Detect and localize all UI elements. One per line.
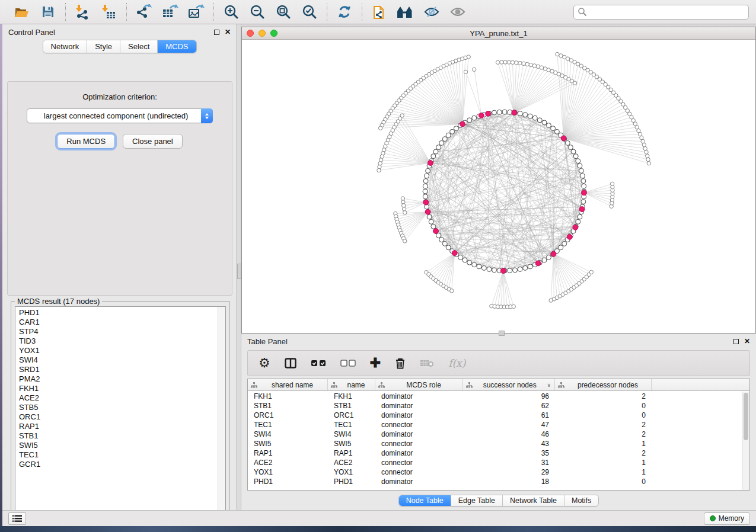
import-network-button[interactable] bbox=[72, 2, 94, 22]
refresh-layout-icon bbox=[337, 4, 352, 20]
table-row[interactable]: SWI4SWI4dominator462 bbox=[248, 430, 742, 439]
run-mcds-button[interactable]: Run MCDS bbox=[57, 134, 115, 149]
result-node[interactable]: RAP1 bbox=[19, 422, 225, 431]
export-table-button[interactable] bbox=[159, 2, 181, 22]
function-builder-button[interactable]: f(x) bbox=[448, 354, 465, 372]
network-window-titlebar[interactable]: YPA_prune.txt_1 bbox=[242, 27, 755, 40]
show-all-button[interactable] bbox=[446, 2, 469, 22]
network-graph bbox=[242, 40, 755, 333]
cell: connector bbox=[375, 440, 463, 448]
zoom-in-button[interactable] bbox=[220, 2, 243, 22]
zoom-fit-button[interactable] bbox=[272, 2, 295, 22]
result-node[interactable]: ORC1 bbox=[19, 412, 225, 422]
table-row[interactable]: ACE2ACE2connector311 bbox=[248, 458, 742, 467]
delete-table-button[interactable] bbox=[420, 354, 434, 372]
close-panel-button[interactable]: Close panel bbox=[123, 134, 183, 149]
deselect-all-icon bbox=[340, 360, 356, 367]
result-node[interactable]: PMA2 bbox=[19, 374, 225, 384]
tab-edge-table[interactable]: Edge Table bbox=[451, 495, 503, 506]
table-row[interactable]: SWI5SWI5connector431 bbox=[248, 439, 742, 448]
hide-selected-button[interactable] bbox=[420, 2, 443, 22]
result-node[interactable]: FKH1 bbox=[19, 384, 225, 393]
result-node[interactable]: TID3 bbox=[19, 336, 225, 346]
table-scrollbar-thumb[interactable] bbox=[744, 393, 748, 440]
close-table-panel-icon[interactable]: ✕ bbox=[744, 338, 750, 344]
mcds-result-list[interactable]: PHD1CAR1STP4TID3YOX1SWI4SRD1PMA2FKH1ACE2… bbox=[15, 306, 226, 518]
zoom-out-button[interactable] bbox=[246, 2, 269, 22]
result-node[interactable]: STB5 bbox=[19, 403, 225, 412]
deselect-all-button[interactable] bbox=[340, 354, 356, 372]
tab-select[interactable]: Select bbox=[120, 40, 158, 53]
open-file-button[interactable] bbox=[11, 2, 33, 22]
import-table-button[interactable] bbox=[98, 2, 120, 22]
select-all-button[interactable] bbox=[311, 354, 326, 372]
close-panel-icon[interactable]: ✕ bbox=[225, 29, 231, 35]
column-header-MCDS-role[interactable]: MCDS role bbox=[375, 379, 463, 390]
result-node[interactable]: ACE2 bbox=[19, 393, 225, 403]
sort-indicator-icon[interactable]: ∨ bbox=[547, 382, 551, 388]
criterion-dropdown[interactable]: largest connected component (undirected) bbox=[27, 108, 213, 123]
cell: STB1 bbox=[328, 402, 375, 410]
new-network-from-selection-button[interactable] bbox=[368, 2, 391, 22]
result-node[interactable]: SRD1 bbox=[19, 365, 225, 374]
table-row[interactable]: YOX1YOX1connector291 bbox=[248, 467, 742, 477]
memory-button[interactable]: Memory bbox=[704, 512, 750, 525]
result-node[interactable]: GCR1 bbox=[19, 460, 225, 469]
file-group bbox=[5, 2, 65, 22]
table-row[interactable]: TEC1TEC1connector472 bbox=[248, 420, 742, 430]
table-scrollbar[interactable] bbox=[742, 392, 749, 490]
result-node[interactable]: STP4 bbox=[19, 327, 225, 336]
cell: RAP1 bbox=[328, 449, 375, 457]
table-row[interactable]: FKH1FKH1dominator962 bbox=[248, 392, 742, 401]
tab-network-table[interactable]: Network Table bbox=[503, 495, 564, 506]
float-panel-icon[interactable] bbox=[214, 30, 219, 35]
table-settings-button[interactable]: ⚙ bbox=[259, 354, 270, 372]
splitter-handle[interactable] bbox=[237, 264, 241, 279]
tab-node-table[interactable]: Node Table bbox=[399, 495, 451, 506]
horizontal-splitter-handle[interactable] bbox=[499, 331, 505, 336]
cell: connector bbox=[375, 421, 463, 429]
result-node[interactable]: SWI5 bbox=[19, 441, 225, 450]
tab-network[interactable]: Network bbox=[43, 40, 88, 53]
task-history-button[interactable] bbox=[8, 512, 26, 525]
result-node[interactable]: PHD1 bbox=[19, 308, 225, 318]
export-network-button[interactable] bbox=[133, 2, 155, 22]
float-table-panel-icon[interactable] bbox=[733, 339, 739, 344]
result-node[interactable]: TEC1 bbox=[19, 450, 225, 460]
first-neighbors-button[interactable] bbox=[394, 2, 417, 22]
column-header-shared-name[interactable]: shared name bbox=[248, 379, 328, 390]
add-column-icon: ✚ bbox=[370, 355, 381, 371]
result-node[interactable]: STB1 bbox=[19, 431, 225, 441]
cell: ACE2 bbox=[248, 459, 328, 467]
tab-mcds[interactable]: MCDS bbox=[158, 40, 196, 53]
table-panel: Table Panel ✕ ⚙ ✚ f(x) shared namenameMC… bbox=[241, 334, 756, 510]
zoom-selected-button[interactable] bbox=[298, 2, 321, 22]
table-row[interactable]: ORC1ORC1dominator610 bbox=[248, 411, 742, 420]
column-label: MCDS role bbox=[385, 381, 462, 389]
cell: SWI4 bbox=[248, 430, 328, 438]
tab-motifs[interactable]: Motifs bbox=[564, 495, 598, 506]
export-image-button[interactable] bbox=[185, 2, 208, 22]
columns-button[interactable] bbox=[285, 354, 296, 372]
table-row[interactable]: STB1STB1dominator620 bbox=[248, 401, 742, 411]
save-button[interactable] bbox=[37, 2, 59, 22]
result-node[interactable]: CAR1 bbox=[19, 318, 225, 327]
search-input[interactable] bbox=[573, 5, 749, 20]
criterion-dropdown-value: largest connected component (undirected) bbox=[27, 111, 201, 120]
result-node[interactable]: YOX1 bbox=[19, 346, 225, 355]
search-container bbox=[573, 5, 749, 20]
network-canvas[interactable] bbox=[242, 40, 755, 333]
refresh-layout-button[interactable] bbox=[333, 2, 356, 22]
column-header-successor-nodes[interactable]: successor nodes∨ bbox=[463, 379, 555, 390]
export-table-icon bbox=[162, 4, 178, 20]
add-column-button[interactable]: ✚ bbox=[370, 354, 381, 372]
result-node[interactable]: SWI4 bbox=[19, 355, 225, 365]
tab-style[interactable]: Style bbox=[87, 40, 120, 53]
column-header-predecessor-nodes[interactable]: predecessor nodes bbox=[555, 379, 652, 390]
vertical-splitter[interactable] bbox=[237, 24, 241, 510]
table-row[interactable]: PHD1PHD1dominator180 bbox=[248, 477, 742, 486]
delete-button[interactable] bbox=[395, 354, 406, 372]
mcds-result-scrollbar[interactable] bbox=[218, 307, 225, 517]
column-header-name[interactable]: name bbox=[328, 379, 375, 390]
table-row[interactable]: RAP1RAP1dominator352 bbox=[248, 448, 742, 458]
